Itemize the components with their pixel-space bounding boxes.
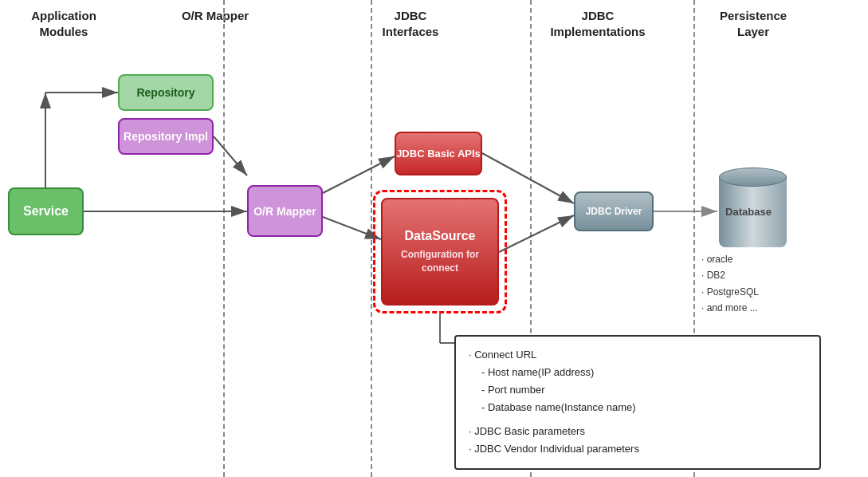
jdbc-basic-label: JDBC Basic APIs bbox=[396, 148, 481, 160]
jdbc-basic-box: JDBC Basic APIs bbox=[395, 132, 482, 175]
config-connect-label: Configuration for connect bbox=[383, 248, 497, 275]
service-label: Service bbox=[23, 204, 69, 219]
orm-box: O/R Mapper bbox=[247, 185, 323, 237]
db-list-item-2: · DB2 bbox=[701, 267, 759, 283]
divider-1 bbox=[223, 0, 225, 477]
info-line-6: · JDBC Vendor Individual parameters bbox=[469, 440, 807, 458]
jdbc-driver-box: JDBC Driver bbox=[574, 191, 654, 231]
svg-line-6 bbox=[323, 156, 395, 193]
info-line-2: - Host name(IP address) bbox=[469, 364, 807, 381]
repository-box: Repository bbox=[118, 74, 214, 111]
datasource-title: DataSource bbox=[405, 229, 476, 243]
datasource-box: DataSource Configuration for connect bbox=[381, 198, 499, 306]
repository-label: Repository bbox=[136, 86, 194, 99]
db-list-item-3: · PostgreSQL bbox=[701, 284, 759, 300]
divider-2 bbox=[371, 0, 372, 477]
info-line-4: - Database name(Instance name) bbox=[469, 399, 807, 416]
header-jdbc-interfaces: JDBCInterfaces bbox=[331, 8, 490, 39]
svg-line-9 bbox=[499, 215, 574, 252]
header-jdbc-impl: JDBCImplementations bbox=[530, 8, 666, 39]
service-box: Service bbox=[8, 187, 84, 235]
repository-impl-box: Repository Impl bbox=[118, 118, 214, 155]
info-line-3: - Port number bbox=[469, 381, 807, 399]
info-box: · Connect URL - Host name(IP address) - … bbox=[454, 335, 821, 470]
repository-impl-label: Repository Impl bbox=[124, 130, 208, 143]
svg-line-5 bbox=[214, 136, 247, 175]
orm-label: O/R Mapper bbox=[253, 205, 316, 218]
info-line-1: · Connect URL bbox=[469, 346, 807, 364]
info-line-5: · JDBC Basic parameters bbox=[469, 423, 807, 440]
db-list-item-4: · and more ... bbox=[701, 300, 759, 316]
header-app-modules: ApplicationModules bbox=[8, 8, 120, 39]
database-label: Database bbox=[713, 206, 784, 218]
header-persistence: PersistenceLayer bbox=[697, 8, 809, 39]
header-orm: O/R Mapper bbox=[159, 8, 271, 24]
db-list: · oracle · DB2 · PostgreSQL · and more .… bbox=[701, 251, 759, 317]
db-list-item-1: · oracle bbox=[701, 251, 759, 267]
cylinder-top bbox=[719, 168, 787, 187]
jdbc-driver-label: JDBC Driver bbox=[586, 206, 642, 217]
diagram: ApplicationModules O/R Mapper JDBCInterf… bbox=[0, 0, 868, 477]
